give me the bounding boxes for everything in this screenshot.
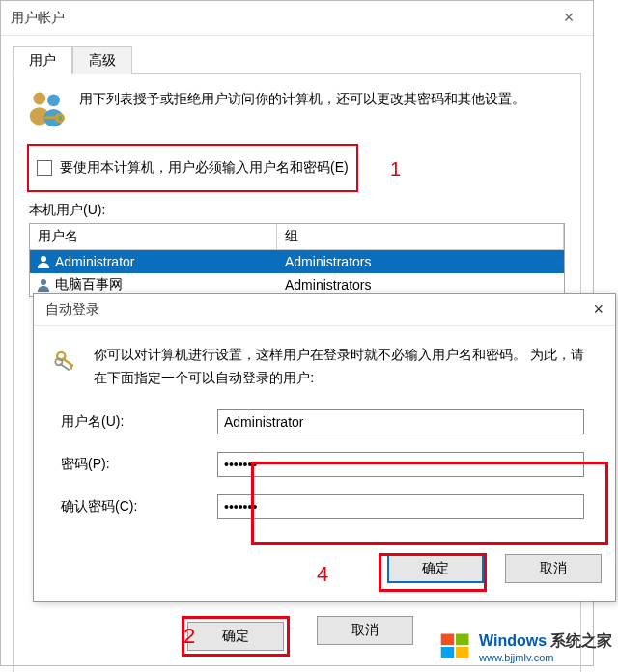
annotation-4: 4 bbox=[317, 562, 328, 587]
confirm-password-input[interactable] bbox=[217, 494, 584, 519]
cell-group: Administrators bbox=[277, 254, 564, 269]
tab-users[interactable]: 用户 bbox=[13, 46, 72, 74]
username-text: Administrator bbox=[55, 254, 134, 269]
table-row[interactable]: Administrator Administrators bbox=[30, 250, 564, 273]
confirm-password-label: 确认密码(C): bbox=[53, 498, 217, 516]
watermark-brand: Windows 系统之家 bbox=[479, 631, 612, 652]
require-login-label: 要使用本计算机，用户必须输入用户名和密码(E) bbox=[60, 159, 349, 177]
windows-logo-icon bbox=[438, 630, 473, 664]
watermark-text-block: Windows 系统之家 www.bjjmlv.com bbox=[479, 631, 612, 663]
require-login-checkbox[interactable] bbox=[37, 160, 52, 176]
dialog-intro-text: 你可以对计算机进行设置，这样用户在登录时就不必输入用户名和密码。 为此，请在下面… bbox=[94, 344, 596, 390]
password-label: 密码(P): bbox=[53, 456, 217, 473]
svg-point-0 bbox=[33, 93, 45, 105]
dialog-cancel-button[interactable]: 取消 bbox=[505, 554, 602, 583]
keys-icon bbox=[53, 344, 80, 382]
users-list-label: 本机用户(U): bbox=[29, 202, 565, 219]
cell-username: Administrator bbox=[30, 254, 277, 269]
annotation-box-2: 确定 bbox=[182, 616, 290, 657]
password-row: 密码(P): bbox=[53, 452, 596, 477]
dialog-title: 自动登录 bbox=[45, 301, 593, 319]
watermark-url: www.bjjmlv.com bbox=[479, 652, 612, 663]
col-group[interactable]: 组 bbox=[277, 224, 564, 250]
watermark: Windows 系统之家 www.bjjmlv.com bbox=[438, 630, 612, 664]
confirm-password-row: 确认密码(C): bbox=[53, 494, 596, 519]
dialog-ok-button[interactable]: 确定 bbox=[387, 554, 484, 583]
dialog-intro-line1: 你可以对计算机进行设置，这样用户在登录时就不必输入用户名和密码。 bbox=[94, 347, 526, 362]
user-icon bbox=[36, 254, 51, 269]
annotation-1: 1 bbox=[390, 158, 401, 181]
svg-point-2 bbox=[47, 94, 60, 106]
close-icon[interactable]: × bbox=[554, 8, 583, 28]
svg-rect-10 bbox=[70, 365, 72, 369]
username-label: 用户名(U): bbox=[53, 413, 217, 431]
intro-text: 用下列表授予或拒绝用户访问你的计算机，还可以更改其密码和其他设置。 bbox=[79, 88, 525, 130]
window-title: 用户帐户 bbox=[11, 10, 554, 27]
intro-block: 用下列表授予或拒绝用户访问你的计算机，还可以更改其密码和其他设置。 bbox=[27, 88, 567, 130]
username-input[interactable] bbox=[217, 409, 584, 434]
table-header: 用户名 组 bbox=[30, 224, 564, 250]
require-login-row[interactable]: 要使用本计算机，用户必须输入用户名和密码(E) bbox=[33, 154, 352, 182]
auto-login-dialog: 自动登录 × 你可以对计算机进行设置，这样用户在登录时就不必输入用户名和密码。 … bbox=[33, 293, 616, 602]
cell-username: 电脑百事网 bbox=[30, 276, 277, 294]
user-icon bbox=[36, 277, 51, 293]
svg-point-7 bbox=[41, 279, 46, 285]
dialog-title-bar: 自动登录 × bbox=[34, 294, 615, 326]
svg-rect-5 bbox=[44, 116, 59, 119]
dialog-body: 你可以对计算机进行设置，这样用户在登录时就不必输入用户名和密码。 为此，请在下面… bbox=[34, 326, 615, 546]
close-icon[interactable]: × bbox=[593, 299, 604, 320]
svg-rect-14 bbox=[456, 634, 469, 646]
username-row: 用户名(U): bbox=[53, 409, 596, 434]
annotation-2: 2 bbox=[183, 624, 195, 649]
dialog-intro: 你可以对计算机进行设置，这样用户在登录时就不必输入用户名和密码。 为此，请在下面… bbox=[53, 344, 596, 390]
svg-point-6 bbox=[41, 256, 46, 262]
password-input[interactable] bbox=[217, 452, 584, 477]
svg-rect-15 bbox=[441, 647, 455, 658]
svg-rect-12 bbox=[60, 363, 70, 371]
username-text: 电脑百事网 bbox=[55, 276, 123, 294]
svg-rect-16 bbox=[456, 647, 469, 658]
cancel-button[interactable]: 取消 bbox=[317, 616, 413, 645]
annotation-box-1: 要使用本计算机，用户必须输入用户名和密码(E) bbox=[27, 144, 358, 192]
title-bar: 用户帐户 × bbox=[1, 1, 593, 36]
users-table: 用户名 组 Administrator Administrators 电脑百事网 bbox=[29, 223, 565, 297]
users-keys-icon bbox=[27, 88, 70, 130]
tab-bar: 用户 高级 bbox=[13, 45, 581, 74]
tab-advanced[interactable]: 高级 bbox=[72, 46, 132, 74]
cell-group: Administrators bbox=[277, 277, 564, 293]
ok-button[interactable]: 确定 bbox=[187, 622, 284, 651]
col-username[interactable]: 用户名 bbox=[30, 224, 277, 250]
svg-rect-13 bbox=[441, 634, 455, 646]
